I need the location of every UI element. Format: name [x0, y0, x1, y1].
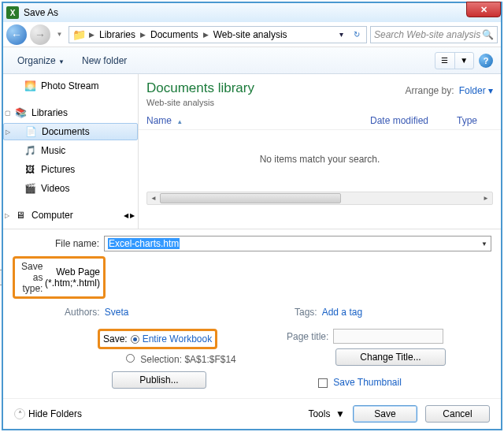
chevron-down-icon[interactable]: ▼: [481, 240, 487, 248]
refresh-button[interactable]: ↻: [349, 27, 365, 43]
hide-folders-button[interactable]: ˄ Hide Folders: [14, 408, 82, 419]
address-bar[interactable]: 📁 ▶ Libraries ▶ Documents ▶ Web-site ana…: [69, 26, 367, 43]
bottom-bar: ˄ Hide Folders Tools ▼ Save Cancel: [3, 398, 501, 429]
savetype-label: Save as type:: [18, 261, 43, 294]
sidebar-item-music[interactable]: 🎵Music: [3, 142, 138, 159]
nav-history-dropdown[interactable]: ▼: [54, 25, 65, 44]
save-thumbnail-checkbox[interactable]: [318, 378, 328, 388]
tags-label: Tags:: [295, 307, 317, 318]
filename-value: Excel-charts.htm: [108, 238, 180, 249]
photostream-icon: 🌅: [24, 80, 36, 92]
chevron-down-icon[interactable]: ▼: [481, 274, 487, 281]
savetype-value: Web Page (*.htm;*.html): [45, 266, 100, 289]
scroll-thumb[interactable]: [160, 193, 341, 203]
save-label: Save:: [103, 333, 128, 344]
chevron-down-icon: ▼: [454, 53, 474, 69]
tools-dropdown[interactable]: Tools ▼: [308, 408, 345, 419]
chevron-right-icon: ▶: [203, 31, 209, 39]
radio-selection-label[interactable]: Selection: $A$1:$F$14: [140, 354, 235, 365]
sidebar-item-libraries[interactable]: ▢📚Libraries: [3, 104, 138, 121]
videos-icon: 🎬: [24, 182, 36, 195]
documents-icon: 📄: [24, 125, 37, 138]
scroll-right-icon[interactable]: ►: [480, 192, 492, 204]
column-date[interactable]: Date modified: [370, 115, 457, 126]
pagetitle-label: Page title:: [287, 331, 328, 342]
form-section: File name: Excel-charts.htm ▼ Save as ty…: [3, 229, 501, 398]
expand-icon[interactable]: ▷: [5, 212, 9, 219]
radio-selection[interactable]: [126, 354, 135, 363]
filename-label: File name:: [13, 238, 99, 249]
pagetitle-input[interactable]: [333, 329, 443, 344]
search-placeholder: Search Web-site analysis: [374, 29, 480, 40]
radio-entire-workbook[interactable]: [131, 335, 139, 344]
window-title: Save As: [24, 7, 58, 18]
column-headers: Name▴ Date modified Type: [139, 110, 501, 130]
authors-value[interactable]: Sveta: [105, 307, 129, 318]
breadcrumb-current[interactable]: Web-site analysis: [210, 28, 291, 42]
sidebar-item-videos[interactable]: 🎬Videos: [3, 180, 138, 197]
radio-entire-label[interactable]: Entire Workbook: [143, 333, 212, 344]
libraries-icon: 📚: [14, 106, 27, 119]
pictures-icon: 🖼: [24, 163, 36, 176]
view-options-button[interactable]: ☰▼: [435, 52, 474, 69]
column-name[interactable]: Name▴: [146, 115, 370, 126]
content-pane: Documents library Web-site analysis Arra…: [139, 74, 501, 229]
sidebar-tree: 🌅Photo Stream ▢📚Libraries ▷📄Documents 🎵M…: [3, 74, 139, 229]
sidebar-item-computer[interactable]: ▷🖥Computer◀ ▶: [3, 207, 138, 224]
sidebar-item-photostream[interactable]: 🌅Photo Stream: [3, 77, 138, 95]
list-icon: ☰: [435, 53, 454, 69]
scroll-left-icon[interactable]: ◄: [147, 192, 160, 204]
expand-icon[interactable]: ▷: [6, 128, 10, 136]
organize-button[interactable]: Organize ▼: [11, 52, 71, 69]
cancel-button[interactable]: Cancel: [425, 405, 490, 423]
folder-icon: 📁: [71, 28, 87, 41]
save-thumbnail-label[interactable]: Save Thumbnail: [333, 377, 402, 388]
arrange-by-dropdown[interactable]: Folder ▾: [459, 85, 493, 96]
computer-icon: 🖥: [14, 209, 27, 222]
breadcrumb-documents[interactable]: Documents: [147, 28, 202, 42]
sort-asc-icon: ▴: [178, 117, 182, 125]
authors-label: Authors:: [65, 307, 100, 318]
title-bar: X Save As ✕: [3, 3, 501, 22]
back-button[interactable]: ←: [6, 24, 27, 45]
chevron-right-icon: ▶: [89, 31, 94, 39]
close-button[interactable]: ✕: [466, 2, 501, 17]
empty-message: No items match your search.: [139, 130, 501, 188]
nav-bar: ← → ▼ 📁 ▶ Libraries ▶ Documents ▶ Web-si…: [3, 22, 501, 47]
tags-value[interactable]: Add a tag: [322, 307, 362, 318]
publish-button[interactable]: Publish...: [112, 371, 206, 389]
save-button[interactable]: Save: [353, 405, 417, 423]
forward-button[interactable]: →: [30, 24, 50, 45]
chevron-right-icon: ▶: [140, 31, 146, 39]
library-subtitle: Web-site analysis: [146, 98, 254, 107]
horizontal-scrollbar[interactable]: ◄ ►: [146, 192, 493, 205]
chevron-up-icon: ˄: [14, 408, 25, 419]
sidebar-item-documents[interactable]: ▷📄Documents: [3, 123, 138, 140]
save-entire-highlight: Save: Entire Workbook: [98, 329, 217, 349]
savetype-row-highlight: Save as type: Web Page (*.htm;*.html): [13, 256, 106, 299]
new-folder-button[interactable]: New folder: [76, 52, 133, 69]
library-title: Documents library: [146, 80, 254, 96]
address-dropdown[interactable]: ▾: [333, 27, 349, 43]
music-icon: 🎵: [24, 144, 36, 157]
search-input[interactable]: Search Web-site analysis 🔍: [370, 26, 498, 43]
excel-app-icon: X: [6, 6, 19, 19]
help-button[interactable]: ?: [479, 54, 493, 68]
sidebar-item-pictures[interactable]: 🖼Pictures: [3, 161, 138, 178]
column-type[interactable]: Type: [457, 115, 493, 126]
search-icon: 🔍: [482, 29, 494, 40]
arrange-by-label: Arrange by:: [406, 85, 454, 96]
breadcrumb-libraries[interactable]: Libraries: [96, 28, 139, 42]
expand-icon[interactable]: ▢: [5, 110, 11, 117]
save-as-dialog: X Save As ✕ ← → ▼ 📁 ▶ Libraries ▶ Docume…: [2, 2, 502, 430]
filename-input[interactable]: Excel-charts.htm ▼: [104, 236, 491, 251]
change-title-button[interactable]: Change Title...: [335, 348, 446, 366]
toolbar: Organize ▼ New folder ☰▼ ?: [3, 47, 501, 74]
